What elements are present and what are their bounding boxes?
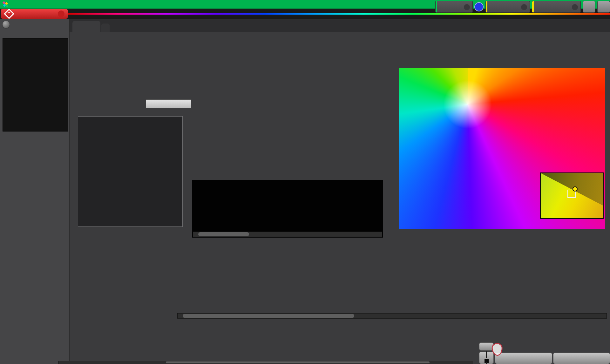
inset-measured-dot (573, 186, 578, 192)
notebookcheck-shield-icon (491, 343, 503, 356)
sidebar-collapse-icon[interactable] (61, 22, 67, 28)
display-control-selector[interactable] (532, 1, 581, 13)
workflow-knob-button[interactable] (3, 21, 10, 28)
calman-dropdown-icon[interactable] (58, 10, 64, 17)
source-status-stripe (486, 1, 487, 12)
add-tab-button[interactable] (101, 24, 110, 32)
patch-scrollbar-thumb[interactable] (166, 361, 430, 363)
patch-button-bar (58, 342, 478, 361)
scroll-right-icon[interactable] (377, 232, 382, 237)
source-dropdown-icon[interactable] (521, 4, 527, 10)
stop-icon (479, 351, 493, 364)
colorchecker-swatch-strip (192, 180, 383, 238)
app-logo-icon (3, 1, 8, 7)
display-control-status-stripe (532, 1, 534, 12)
sidebar (0, 19, 70, 364)
settings-button[interactable] (583, 1, 595, 13)
patch-scrollbar[interactable] (58, 361, 473, 364)
display-control-dropdown-icon[interactable] (572, 4, 578, 10)
current-xy (76, 283, 98, 291)
panel-collapse-button[interactable] (597, 1, 610, 13)
calman-menu-button[interactable] (1, 9, 68, 19)
tab-bar (70, 19, 610, 32)
calman-diamond-icon (4, 9, 14, 19)
tab-history-1[interactable] (72, 21, 100, 32)
swatch-scrollbar[interactable] (193, 232, 382, 237)
swatch-scrollbar-thumb[interactable] (198, 232, 249, 236)
table-scrollbar[interactable] (177, 313, 607, 319)
scroll-left-icon[interactable] (193, 232, 198, 237)
meter-badge[interactable] (474, 2, 484, 11)
next-button[interactable] (553, 353, 610, 364)
de2000-bar-chart (78, 116, 183, 227)
calman-window (0, 0, 610, 364)
cie-zoom-inset (540, 172, 604, 219)
scroll-right-icon[interactable] (602, 313, 607, 318)
meter-status-stripe (436, 1, 437, 12)
scroll-right-icon[interactable] (468, 361, 473, 364)
meter-selector[interactable] (435, 1, 473, 13)
de-formula-dropdown[interactable] (146, 99, 191, 108)
workflow-tree (3, 38, 68, 131)
notebookcheck-watermark (492, 343, 504, 356)
table-scrollbar-thumb[interactable] (183, 314, 354, 318)
rainbow-gradient-bar (68, 13, 610, 15)
source-selector[interactable] (485, 1, 530, 13)
measurement-table (177, 245, 607, 313)
scroll-left-icon[interactable] (178, 313, 182, 318)
meter-dropdown-icon[interactable] (464, 4, 470, 10)
